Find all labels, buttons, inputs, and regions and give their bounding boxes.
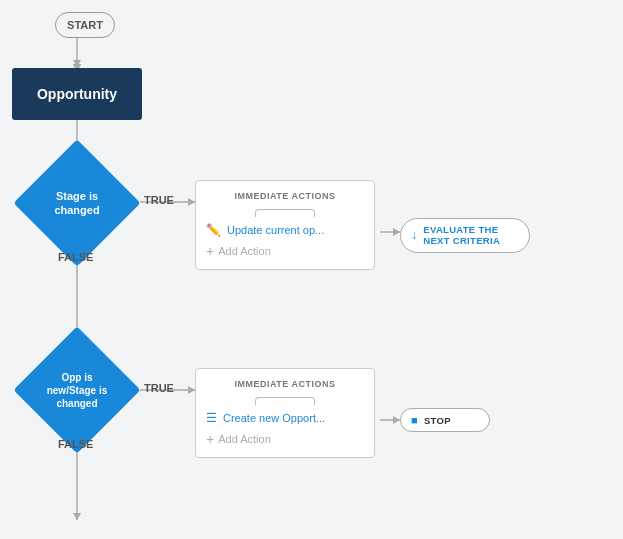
action-box-2[interactable]: IMMEDIATE ACTIONS ☰ Create new Opport...… xyxy=(195,368,375,458)
svg-marker-8 xyxy=(73,60,81,67)
opportunity-label: Opportunity xyxy=(37,86,117,102)
evaluate-icon: ↓ xyxy=(411,228,417,242)
svg-marker-14 xyxy=(393,416,400,424)
list-icon: ☰ xyxy=(206,411,217,425)
action-box2-connector xyxy=(255,397,315,405)
action-box2-item1-label: Create new Opport... xyxy=(223,412,325,424)
diamond1-shape xyxy=(13,139,140,266)
plus-icon-2: + xyxy=(206,431,214,447)
start-label: START xyxy=(67,19,103,31)
diamond2-container[interactable]: Opp isnew/Stage ischanged xyxy=(32,345,122,435)
diamond2-false-label: FALSE xyxy=(58,438,93,450)
start-node: START xyxy=(55,12,115,38)
diamond2-shape xyxy=(13,326,140,453)
action-box1-item1[interactable]: ✏️ Update current op... xyxy=(206,223,364,237)
action-box1-title: IMMEDIATE ACTIONS xyxy=(206,191,364,201)
action-box2-add[interactable]: + Add Action xyxy=(206,431,364,447)
diamond2-true-label: TRUE xyxy=(144,382,174,394)
diamond1-container[interactable]: Stage ischanged xyxy=(32,158,122,248)
action-box-1[interactable]: IMMEDIATE ACTIONS ✏️ Update current op..… xyxy=(195,180,375,270)
edit-icon: ✏️ xyxy=(206,223,221,237)
svg-marker-11 xyxy=(393,228,400,236)
action-box1-connector xyxy=(255,209,315,217)
add-action-2-label: Add Action xyxy=(218,433,271,445)
diamond1-true-label: TRUE xyxy=(144,194,174,206)
stop-btn[interactable]: ■ STOP xyxy=(400,408,490,432)
svg-marker-10 xyxy=(188,198,195,206)
diamond1-false-label: FALSE xyxy=(58,251,93,263)
svg-marker-15 xyxy=(73,513,81,520)
workflow-canvas: START Opportunity Stage ischanged TRUE F… xyxy=(0,0,623,539)
plus-icon-1: + xyxy=(206,243,214,259)
stop-label: STOP xyxy=(424,415,451,426)
svg-marker-13 xyxy=(188,386,195,394)
action-box2-title: IMMEDIATE ACTIONS xyxy=(206,379,364,389)
opportunity-box[interactable]: Opportunity xyxy=(12,68,142,120)
action-box2-item1[interactable]: ☰ Create new Opport... xyxy=(206,411,364,425)
evaluate-btn[interactable]: ↓ EVALUATE THENEXT CRITERIA xyxy=(400,218,530,253)
evaluate-label: EVALUATE THENEXT CRITERIA xyxy=(423,224,500,247)
stop-icon: ■ xyxy=(411,414,418,426)
action-box1-item1-label: Update current op... xyxy=(227,224,324,236)
action-box1-add[interactable]: + Add Action xyxy=(206,243,364,259)
add-action-1-label: Add Action xyxy=(218,245,271,257)
